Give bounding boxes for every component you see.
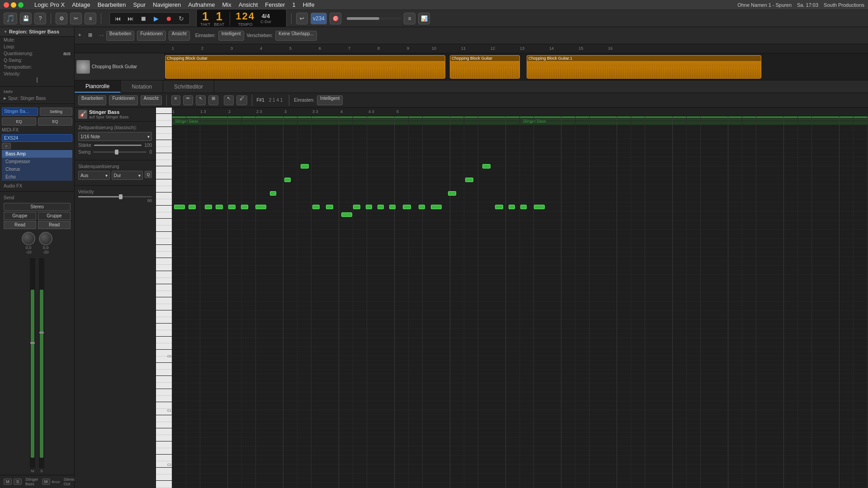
- menu-bearbeiten[interactable]: Bearbeiten: [98, 1, 126, 8]
- rewind-button[interactable]: ⏮: [113, 14, 123, 23]
- ed-ansicht[interactable]: Ansicht: [141, 95, 162, 105]
- ed-cursor-2-icon[interactable]: ↖: [224, 95, 234, 105]
- note-3[interactable]: [205, 205, 212, 209]
- note-grid[interactable]: Stinger Bass Stinger Bass: [172, 117, 868, 488]
- redo-button[interactable]: v234: [311, 13, 327, 24]
- note-c2-14[interactable]: [403, 205, 411, 209]
- gruppe-button-2[interactable]: Gruppe: [38, 212, 71, 220]
- mix-button[interactable]: ≡: [85, 13, 96, 24]
- note-c2-19[interactable]: [520, 205, 527, 209]
- fast-forward-button[interactable]: ⏭: [125, 14, 136, 23]
- note-c2-9[interactable]: [326, 205, 333, 209]
- record-button[interactable]: ⏺: [163, 14, 174, 23]
- ansicht-button[interactable]: Ansicht: [169, 31, 190, 41]
- note-6[interactable]: [241, 205, 248, 209]
- note-b2-2[interactable]: [482, 164, 491, 169]
- note-e2-2[interactable]: [448, 191, 456, 196]
- tab-schritteditor[interactable]: Schritteditor: [163, 80, 214, 93]
- ed-einrasten-value[interactable]: Intelligent: [317, 95, 343, 105]
- note-5[interactable]: [228, 205, 236, 209]
- pan-knob[interactable]: [22, 232, 35, 245]
- fader-2-track[interactable]: [39, 258, 44, 468]
- read-button-2[interactable]: Read: [38, 221, 71, 229]
- menu-navigieren[interactable]: Navigieren: [153, 1, 181, 8]
- plugin-name-button[interactable]: Stinger Ba...: [2, 108, 38, 116]
- strength-slider[interactable]: [94, 145, 142, 146]
- menu-ablage[interactable]: Ablage: [72, 1, 90, 8]
- volume-knob[interactable]: [39, 232, 52, 245]
- bounce-label[interactable]: Bnce: [52, 480, 60, 484]
- tab-notation[interactable]: Notation: [121, 80, 163, 93]
- gruppe-button[interactable]: Gruppe: [4, 212, 36, 220]
- fader-1-handle[interactable]: [30, 342, 35, 344]
- minimize-button[interactable]: [11, 2, 16, 8]
- ed-link-icon[interactable]: ⊞: [208, 95, 218, 105]
- add-track-icon[interactable]: +: [78, 32, 85, 39]
- audio-clip-2[interactable]: Chopping Block Guitar: [450, 55, 520, 79]
- menu-hilfe[interactable]: Hilfe: [303, 1, 315, 8]
- velocity-slider[interactable]: [78, 196, 152, 197]
- note-c2-15[interactable]: [419, 205, 425, 209]
- eq-channel-button[interactable]: EQ: [38, 117, 72, 126]
- tuner-button[interactable]: 🎯: [330, 13, 341, 24]
- tab-pianorolle[interactable]: Pianorolle: [75, 80, 121, 93]
- note-c2-11[interactable]: [366, 205, 372, 209]
- ed-midi-icon[interactable]: ≡: [171, 95, 180, 105]
- fader-2-handle[interactable]: [39, 332, 44, 333]
- note-4[interactable]: [216, 205, 223, 209]
- mehr-button[interactable]: Mehr: [4, 89, 13, 94]
- setting-button[interactable]: Setting: [40, 108, 72, 116]
- note-g2[interactable]: [284, 178, 291, 182]
- note-2[interactable]: [189, 205, 196, 209]
- funktionen-button[interactable]: Funktionen: [137, 31, 165, 41]
- note-c2-17[interactable]: [495, 205, 503, 209]
- velocity-handle[interactable]: [119, 194, 123, 199]
- mixer-button[interactable]: 📊: [418, 13, 430, 24]
- menu-ansicht[interactable]: Ansicht: [239, 1, 258, 8]
- inspector-button[interactable]: ≡: [404, 13, 415, 24]
- ed-cursor-icon[interactable]: ↖: [196, 95, 206, 105]
- note-c2-10[interactable]: [353, 205, 360, 209]
- compressor-item[interactable]: Compressor: [2, 158, 72, 165]
- scale-type-select[interactable]: Dur ▾: [112, 171, 143, 180]
- save-button[interactable]: 💾: [20, 13, 32, 24]
- menu-logic-pro-x[interactable]: Logic Pro X: [34, 1, 65, 8]
- cycle-button[interactable]: ↻: [176, 14, 187, 23]
- preferences-button[interactable]: ⚙: [56, 13, 67, 24]
- verschieben-value[interactable]: Keine Überlapp...: [275, 31, 316, 41]
- swing-slider[interactable]: [93, 151, 146, 153]
- note-7[interactable]: [255, 205, 266, 209]
- note-c2-16[interactable]: [431, 205, 442, 209]
- note-b2[interactable]: [301, 164, 309, 169]
- region-collapse-icon[interactable]: ▼: [4, 30, 7, 34]
- undo-button[interactable]: ↩: [296, 13, 308, 24]
- note-1[interactable]: [174, 205, 185, 209]
- fader-1-track[interactable]: [30, 258, 35, 468]
- audio-clip-1[interactable]: Chopping Block Guitar: [165, 55, 445, 79]
- note-c2-12[interactable]: [377, 205, 384, 209]
- note-c2-13[interactable]: [389, 205, 396, 209]
- play-button[interactable]: ▶: [151, 14, 161, 23]
- solo-track-button[interactable]: S: [14, 479, 22, 485]
- menu-aufnahme[interactable]: Aufnahme: [188, 1, 215, 8]
- stop-button[interactable]: ⏹: [138, 14, 149, 23]
- note-e2[interactable]: [270, 191, 276, 196]
- note-c2-18[interactable]: [509, 205, 515, 209]
- exs24-button[interactable]: EXS24: [2, 134, 72, 142]
- menu-mix[interactable]: Mix: [222, 1, 231, 8]
- ed-tool-icon[interactable]: 🖊: [236, 95, 247, 105]
- bearbeiten-button[interactable]: Bearbeiten: [106, 31, 134, 41]
- eq-button[interactable]: EQ: [2, 117, 36, 126]
- mute-track-button[interactable]: M: [4, 479, 12, 485]
- bass-amp-item[interactable]: Bass Amp: [2, 150, 72, 158]
- close-button[interactable]: [4, 2, 9, 8]
- note-c2-20[interactable]: [534, 205, 545, 209]
- stereo-button[interactable]: Stereo: [4, 203, 71, 211]
- quantize-value-select[interactable]: 1/16 Note ▾: [78, 132, 152, 141]
- ed-pencil-icon[interactable]: ✏: [183, 95, 193, 105]
- chorus-item[interactable]: Chorus: [2, 165, 72, 173]
- ed-funktionen[interactable]: Funktionen: [109, 95, 137, 105]
- note-g2-2[interactable]: [465, 178, 473, 182]
- scale-mode-select[interactable]: Aus ▾: [78, 171, 110, 180]
- note-c2-8[interactable]: [312, 205, 320, 209]
